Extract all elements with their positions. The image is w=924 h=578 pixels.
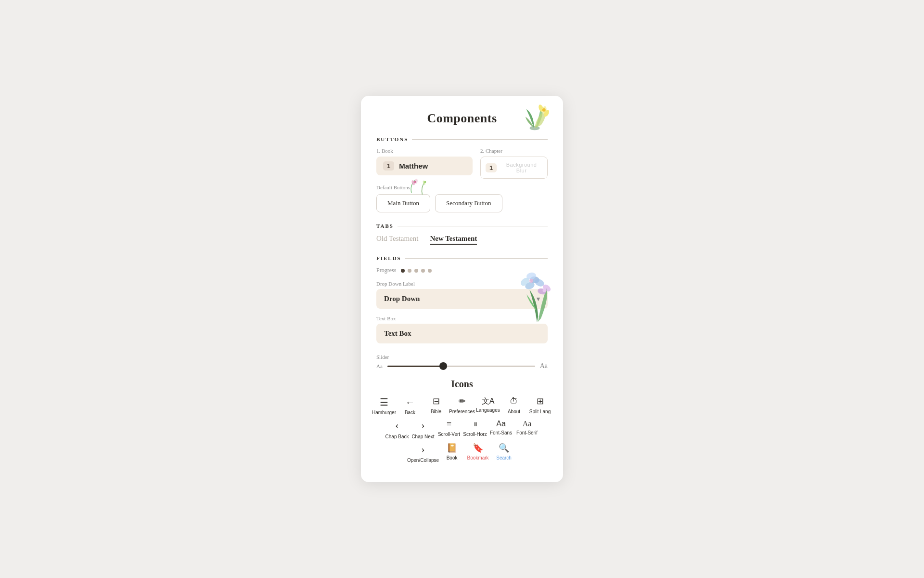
- languages-icon: 文A: [482, 396, 495, 406]
- tabs-row: Old Testament New Testament: [376, 235, 548, 245]
- hamburger-label: Hamburger: [372, 410, 396, 415]
- back-icon: ←: [405, 396, 415, 408]
- search-icon: 🔍: [499, 443, 509, 454]
- open-collapse-label: Open/Collapse: [407, 458, 439, 463]
- progress-dot-3: [414, 269, 418, 273]
- dropdown-button[interactable]: Drop Down ▾: [376, 289, 548, 309]
- chap-back-icon: ‹: [395, 419, 398, 432]
- dropdown-label: Drop Down Label: [376, 281, 548, 287]
- slider-row: Aa Aa: [376, 362, 548, 370]
- textbox-input[interactable]: [376, 324, 548, 343]
- scroll-vert-icon-item[interactable]: ≡ Scroll-Vert: [436, 419, 462, 439]
- hamburger-icon-item[interactable]: ☰ Hamburger: [371, 396, 397, 415]
- icons-row-3: › Open/Collapse 📔 Book 🔖 Bookmark 🔍 Sear…: [376, 443, 548, 463]
- slider-label: Slider: [376, 354, 548, 360]
- buttons-label: BUTTONS: [376, 136, 408, 142]
- dropdown-chevron-icon: ▾: [537, 295, 540, 303]
- svg-point-7: [414, 181, 416, 184]
- preferences-label: Preferences: [449, 409, 475, 414]
- bible-icon-item[interactable]: ⊟ Bible: [423, 396, 449, 415]
- languages-icon-item[interactable]: 文A Languages: [475, 396, 501, 415]
- back-icon-item[interactable]: ← Back: [397, 396, 423, 415]
- bookmark-icon-item[interactable]: 🔖 Bookmark: [465, 443, 491, 463]
- font-serif-label: Font-Serif: [516, 430, 538, 435]
- book-label: Book: [447, 455, 458, 460]
- page-title: Components: [376, 111, 548, 126]
- progress-dot-1: [401, 269, 405, 273]
- chapter-number: 1: [486, 163, 497, 172]
- chapter-button[interactable]: 1 Background Blur: [480, 157, 548, 179]
- languages-label: Languages: [476, 407, 500, 413]
- about-icon: ⏱: [510, 396, 518, 407]
- progress-row: Progress: [376, 267, 548, 274]
- chap-back-label: Chap Back: [385, 434, 409, 439]
- book-number: 1: [383, 161, 394, 171]
- textbox-label: Text Box: [376, 315, 548, 321]
- secondary-button[interactable]: Secondary Button: [435, 194, 502, 212]
- about-label: About: [508, 409, 520, 414]
- svg-point-0: [530, 126, 540, 131]
- progress-dot-2: [408, 269, 411, 273]
- progress-dot-4: [421, 269, 425, 273]
- icons-row-1: ☰ Hamburger ← Back ⊟ Bible ✏ Preferences…: [376, 396, 548, 415]
- split-lang-icon: ⊞: [537, 396, 544, 407]
- main-button[interactable]: Main Button: [376, 194, 430, 212]
- tabs-label: TABS: [376, 223, 394, 229]
- book-name: Matthew: [399, 162, 428, 170]
- slider-small-label: Aa: [376, 363, 383, 369]
- progress-dot-5: [428, 269, 432, 273]
- split-lang-label: Split Lang: [529, 409, 551, 414]
- bible-label: Bible: [431, 409, 441, 414]
- book-button[interactable]: 1 Matthew: [376, 157, 473, 175]
- font-sans-icon: Aa: [496, 419, 506, 428]
- default-buttons-label: Default Buttons: [376, 184, 548, 190]
- preferences-icon-item[interactable]: ✏ Preferences: [449, 396, 475, 415]
- font-sans-icon-item[interactable]: Aa Font-Sans: [488, 419, 514, 439]
- default-buttons-row: Main Button Secondary Button: [376, 194, 548, 212]
- icons-row-2: ‹ Chap Back › Chap Next ≡ Scroll-Vert ≡ …: [376, 419, 548, 439]
- scroll-horz-icon-item[interactable]: ≡ Scroll-Horz: [462, 419, 488, 439]
- book-icon: 📔: [447, 443, 457, 454]
- open-collapse-icon: ›: [421, 443, 424, 456]
- book-col-label: 1. Book: [376, 148, 473, 154]
- chap-next-icon: ›: [421, 419, 424, 432]
- about-icon-item[interactable]: ⏱ About: [501, 396, 527, 415]
- chapter-blur-text: Background Blur: [500, 162, 542, 173]
- svg-point-6: [414, 179, 418, 184]
- dropdown-value: Drop Down: [384, 295, 420, 303]
- fields-section-header: FIELDS: [376, 255, 548, 261]
- back-label: Back: [405, 410, 415, 415]
- bible-icon: ⊟: [433, 396, 440, 407]
- font-sans-label: Font-Sans: [490, 430, 512, 435]
- tab-old-testament[interactable]: Old Testament: [376, 235, 418, 245]
- scroll-vert-icon: ≡: [447, 419, 451, 430]
- book-chapter-row: 1. Book 1 Matthew 2. Chapter 1 Backgroun…: [376, 148, 548, 179]
- slider-thumb[interactable]: [439, 362, 447, 370]
- fields-label: FIELDS: [376, 255, 401, 261]
- tabs-section-header: TABS: [376, 223, 548, 229]
- split-lang-icon-item[interactable]: ⊞ Split Lang: [527, 396, 553, 415]
- components-card: Components BUTTONS 1. Book 1 Matthew 2. …: [361, 96, 563, 482]
- slider-large-label: Aa: [540, 362, 548, 370]
- preferences-icon: ✏: [459, 396, 466, 407]
- scroll-horz-label: Scroll-Horz: [463, 432, 487, 437]
- tab-new-testament[interactable]: New Testament: [430, 235, 477, 245]
- search-label: Search: [496, 455, 512, 460]
- book-icon-item[interactable]: 📔 Book: [439, 443, 465, 463]
- chapter-col-label: 2. Chapter: [480, 148, 548, 154]
- chap-back-icon-item[interactable]: ‹ Chap Back: [384, 419, 410, 439]
- scroll-horz-icon: ≡: [470, 422, 480, 427]
- progress-label: Progress: [376, 267, 396, 274]
- book-column: 1. Book 1 Matthew: [376, 148, 473, 175]
- slider-track[interactable]: [387, 366, 535, 367]
- svg-point-9: [424, 181, 426, 183]
- chap-next-icon-item[interactable]: › Chap Next: [410, 419, 436, 439]
- hamburger-icon: ☰: [380, 396, 388, 408]
- search-icon-item[interactable]: 🔍 Search: [491, 443, 517, 463]
- font-serif-icon-item[interactable]: Aa Font-Serif: [514, 419, 540, 439]
- open-collapse-icon-item[interactable]: › Open/Collapse: [407, 443, 439, 463]
- chapter-column: 2. Chapter 1 Background Blur: [480, 148, 548, 179]
- buttons-section-header: BUTTONS: [376, 136, 548, 142]
- bookmark-icon: 🔖: [473, 443, 483, 454]
- bookmark-label: Bookmark: [467, 455, 489, 460]
